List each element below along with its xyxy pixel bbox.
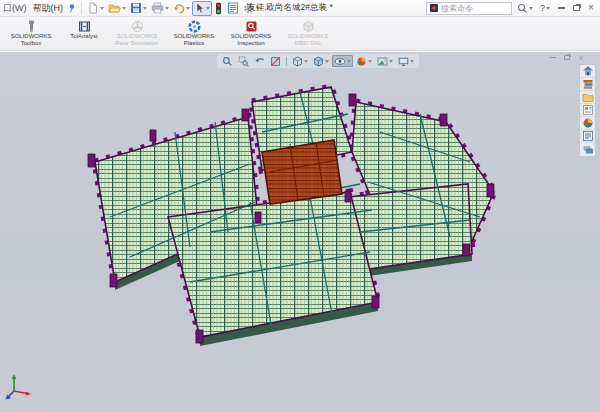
task-pane-strip xyxy=(579,64,596,157)
hide-show-items-button[interactable] xyxy=(332,55,353,67)
custom-properties-icon xyxy=(582,130,594,142)
appearances-scenes-tab[interactable] xyxy=(580,117,595,130)
title-bar: 口(W) 帮助(H) xyxy=(0,0,600,17)
addin-solidworks-toolbox[interactable]: SOLIDWORKS Toolbox xyxy=(4,19,58,47)
tolanalyst-icon xyxy=(78,19,91,33)
view-orientation-button[interactable] xyxy=(290,55,310,67)
open-button[interactable] xyxy=(106,1,128,16)
restore-button[interactable] xyxy=(570,2,582,15)
assembly-model xyxy=(0,52,600,412)
pin-icon[interactable] xyxy=(67,3,78,14)
eye-icon xyxy=(334,56,346,67)
doc-restore-button[interactable] xyxy=(562,53,572,62)
view-settings-icon xyxy=(398,56,409,67)
appearances-sphere-icon xyxy=(582,117,594,129)
help-label: ? xyxy=(540,3,545,13)
search-icon xyxy=(517,3,528,14)
doc-restore-icon xyxy=(564,55,570,60)
zoom-to-fit-icon xyxy=(222,56,233,67)
search-options-button[interactable] xyxy=(515,1,535,16)
graphics-viewport[interactable]: × xyxy=(0,52,600,412)
previous-view-icon xyxy=(254,56,265,67)
doc-close-button[interactable]: × xyxy=(576,53,586,62)
addin-plastics[interactable]: SOLIDWORKS Plastics xyxy=(167,19,221,47)
addin-label: SOLIDWORKS Toolbox xyxy=(4,33,58,47)
plastics-icon xyxy=(188,19,201,33)
addin-mbd-snl[interactable]: SOLIDWORKS MBD SNL xyxy=(281,19,335,47)
core-red-section xyxy=(262,140,342,204)
section-view-icon xyxy=(270,56,281,67)
addin-inspection[interactable]: SOLIDWORKS Inspection xyxy=(224,19,278,47)
addin-label: SOLIDWORKS Flow Simulation xyxy=(110,33,164,47)
document-title: 友佳.欧尚名城2#总装 * xyxy=(150,2,430,14)
doc-close-icon: × xyxy=(578,53,583,63)
restore-icon xyxy=(573,5,580,11)
search-box[interactable] xyxy=(426,2,512,15)
menu-help[interactable]: 帮助(H) xyxy=(29,2,68,15)
edit-appearance-button[interactable] xyxy=(354,55,374,67)
addins-toolbar: SOLIDWORKS Toolbox TolAnalyst SOLIDWORKS… xyxy=(0,17,600,51)
minimize-icon xyxy=(558,7,565,9)
new-document-icon xyxy=(87,2,99,14)
solidworks-window: 口(W) 帮助(H) xyxy=(0,0,600,412)
design-library-icon xyxy=(582,78,594,90)
save-icon xyxy=(130,2,142,14)
scene-icon xyxy=(377,56,388,67)
addin-label: SOLIDWORKS MBD SNL xyxy=(281,33,335,47)
toolbox-icon xyxy=(25,19,38,33)
previous-view-button[interactable] xyxy=(252,55,267,67)
display-style-icon xyxy=(313,56,324,67)
apply-scene-button[interactable] xyxy=(375,55,395,67)
custom-properties-tab[interactable] xyxy=(580,130,595,143)
flow-simulation-icon xyxy=(131,19,144,33)
mbd-snl-icon xyxy=(302,19,315,33)
view-palette-icon xyxy=(582,104,594,116)
solidworks-logo-icon xyxy=(430,4,438,12)
inspection-icon xyxy=(245,19,258,33)
home-icon xyxy=(582,65,594,77)
hud-separator xyxy=(286,57,287,66)
addin-label: SOLIDWORKS Plastics xyxy=(167,33,221,47)
forum-icon xyxy=(582,144,594,156)
new-document-button[interactable] xyxy=(85,1,106,16)
view-settings-button[interactable] xyxy=(396,55,416,67)
close-icon: × xyxy=(588,3,594,13)
section-view-button[interactable] xyxy=(268,55,283,67)
solidworks-forum-tab[interactable] xyxy=(580,143,595,156)
close-button[interactable]: × xyxy=(585,2,597,15)
save-button[interactable] xyxy=(128,1,149,16)
heads-up-view-toolbar xyxy=(217,54,419,68)
view-orientation-icon xyxy=(292,56,303,67)
doc-minimize-button[interactable] xyxy=(548,53,558,62)
view-palette-tab[interactable] xyxy=(580,104,595,117)
menu-window-partial[interactable]: 口(W) xyxy=(3,2,29,15)
display-style-button[interactable] xyxy=(311,55,331,67)
solidworks-resources-tab[interactable] xyxy=(580,65,595,78)
titlebar-right-cluster: ? × xyxy=(426,1,597,16)
addin-tolanalyst[interactable]: TolAnalyst xyxy=(61,19,107,40)
panel-slabs xyxy=(95,87,494,337)
open-icon xyxy=(108,2,121,14)
minimize-button[interactable] xyxy=(555,2,567,15)
document-window-controls: × xyxy=(548,53,586,62)
file-explorer-tab[interactable] xyxy=(580,91,595,104)
addin-label: TolAnalyst xyxy=(70,33,97,40)
search-input[interactable] xyxy=(441,4,501,13)
doc-minimize-icon xyxy=(550,57,556,59)
folder-icon xyxy=(582,92,594,103)
appearance-sphere-icon xyxy=(356,56,367,67)
origin-triad xyxy=(4,372,34,400)
help-button[interactable]: ? xyxy=(538,1,552,16)
zoom-to-area-icon xyxy=(238,56,249,67)
addin-label: SOLIDWORKS Inspection xyxy=(224,33,278,47)
design-library-tab[interactable] xyxy=(580,78,595,91)
zoom-to-area-button[interactable] xyxy=(236,55,251,67)
zoom-to-fit-button[interactable] xyxy=(220,55,235,67)
toolbar-separator xyxy=(81,2,82,14)
addin-flow-simulation[interactable]: SOLIDWORKS Flow Simulation xyxy=(110,19,164,47)
